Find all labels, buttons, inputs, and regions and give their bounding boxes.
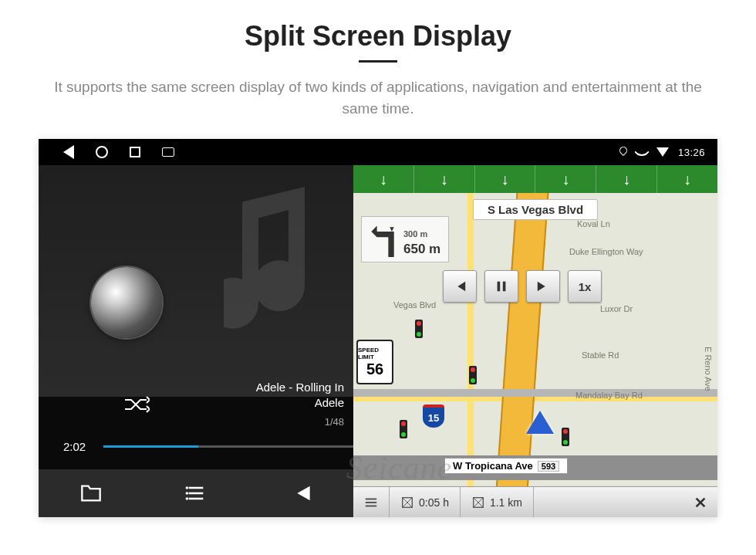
overlay-prev-button[interactable] — [443, 270, 477, 303]
svg-rect-3 — [498, 282, 501, 292]
menu-button[interactable] — [353, 487, 390, 517]
svg-point-2 — [186, 497, 189, 500]
progress-fill — [103, 445, 198, 448]
traffic-light-icon — [469, 366, 477, 384]
folder-button[interactable] — [80, 484, 102, 503]
lane-arrow-icon: ↓ — [683, 171, 691, 188]
next-street-name: W Tropicana Ave — [453, 460, 533, 472]
traffic-light-icon — [415, 320, 423, 338]
next-street-number: 593 — [538, 461, 559, 472]
overlay-media-controls: 1x — [443, 270, 602, 303]
svg-point-1 — [186, 492, 189, 495]
shuffle-icon[interactable] — [123, 394, 150, 415]
lane-arrow-icon: ↓ — [562, 171, 569, 188]
road-label: Stable Rd — [582, 350, 619, 360]
next-turn-distance: 300 m — [403, 229, 440, 239]
cross-road-1 — [353, 389, 717, 397]
overlay-next-button[interactable] — [526, 270, 560, 303]
music-note-icon — [224, 179, 339, 333]
next-street-banner: W Tropicana Ave 593 — [444, 458, 568, 474]
road-label: Koval Ln — [577, 219, 610, 228]
nav-footer-bar: 0:05 h 1.1 km — [353, 486, 717, 517]
previous-button[interactable] — [290, 484, 312, 503]
track-index: 1/48 — [325, 416, 344, 428]
album-art-area — [39, 165, 353, 397]
overlay-pause-button[interactable] — [484, 270, 518, 303]
road-label: Luxor Dr — [600, 304, 633, 313]
speed-limit-value: 56 — [366, 360, 383, 378]
svg-point-0 — [186, 486, 189, 489]
page-subtitle: It supports the same screen display of t… — [39, 76, 717, 119]
navigation-pane[interactable]: Koval Ln Duke Ellington Way Vegas Blvd L… — [353, 165, 717, 517]
music-pane: Adele - Rolling In Adele 1/48 2:02 — [39, 165, 353, 517]
close-button[interactable] — [683, 487, 717, 517]
status-clock: 13:26 — [678, 147, 705, 158]
phone-icon — [636, 147, 647, 157]
lane-guidance-bar: ↓ ↓ ↓ ↓ ↓ ↓ — [353, 165, 717, 193]
traffic-light-icon — [400, 420, 407, 438]
screenshot-icon — [162, 147, 174, 157]
speed-limit-label: SPEED LIMIT — [358, 347, 392, 360]
location-icon — [619, 148, 627, 156]
track-meta: Adele - Rolling In Adele — [256, 380, 344, 411]
playlist-button[interactable] — [185, 484, 207, 503]
remaining-distance: 1.1 km — [461, 487, 534, 517]
position-cursor-icon — [526, 411, 554, 434]
eta-time: 0:05 h — [390, 487, 461, 517]
interstate-sign: 15 — [423, 404, 444, 428]
title-underline — [359, 60, 397, 63]
wifi-icon — [656, 147, 669, 157]
main-turn-distance: 650 m — [403, 242, 440, 257]
lane-arrow-icon: ↓ — [440, 171, 448, 188]
track-artist: Adele — [256, 395, 344, 411]
svg-rect-4 — [503, 282, 506, 292]
back-icon[interactable] — [63, 145, 74, 159]
speed-limit-sign: SPEED LIMIT 56 — [356, 340, 393, 384]
road-label: Duke Ellington Way — [569, 247, 643, 256]
road-label: Vegas Blvd — [393, 300, 436, 310]
turn-info-panel: 300 m 650 m — [361, 216, 449, 262]
road-label: Mandalay Bay Rd — [575, 391, 643, 400]
music-bottom-bar — [39, 469, 353, 517]
lane-arrow-icon: ↓ — [380, 171, 387, 188]
overlay-speed-button[interactable]: 1x — [568, 270, 602, 303]
home-icon[interactable] — [96, 146, 108, 158]
road-label: E Reno Ave — [704, 347, 713, 391]
current-street-banner: S Las Vegas Blvd — [473, 199, 598, 220]
recents-icon[interactable] — [130, 147, 140, 157]
traffic-light-icon — [562, 428, 569, 446]
page-title: Split Screen Display — [0, 20, 756, 52]
device-screenshot: 13:26 Adele - Rolling In Adele 1/48 2:02 — [39, 139, 717, 517]
track-title: Adele - Rolling In — [256, 380, 344, 395]
lane-arrow-icon: ↓ — [623, 171, 630, 188]
time-elapsed: 2:02 — [63, 440, 93, 453]
lane-arrow-icon: ↓ — [501, 171, 509, 188]
progress-row: 2:02 — [63, 440, 353, 453]
control-disc[interactable] — [91, 267, 162, 338]
android-status-bar: 13:26 — [39, 139, 717, 165]
turn-arrow-icon — [368, 222, 397, 257]
progress-bar[interactable] — [103, 445, 353, 448]
